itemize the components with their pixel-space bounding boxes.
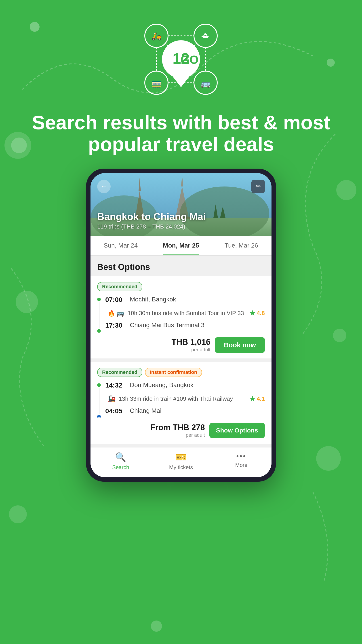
- timeline-content-1: 07:00 Mochit, Bangkok 🔥 🚌 10h 30m bus ri…: [105, 296, 265, 333]
- star-icon-1: ★: [249, 309, 255, 317]
- trip-details-1: 🔥 🚌 10h 30m bus ride with Sombat Tour in…: [107, 307, 265, 319]
- timeline-line-2: 1: [97, 382, 101, 418]
- more-nav-label: More: [235, 462, 248, 468]
- tab-sun-mar24[interactable]: Sun, Mar 24: [90, 236, 151, 255]
- back-button[interactable]: ←: [97, 180, 111, 193]
- section-title: Best Options: [90, 256, 272, 276]
- departure-time-2: 14:32: [105, 382, 130, 389]
- trip-details-2: 🚂 13h 33m ride in train #109 with Thai R…: [107, 393, 265, 405]
- phone-header: ← ✏ Bangkok to Chiang Mai 119 trips (THB…: [90, 173, 272, 236]
- logo-container: 🛵 ⛴ 🚃 🚌 12: [134, 18, 228, 103]
- svg-text:🚃: 🚃: [151, 78, 162, 88]
- duration-text-2: 13h 33m ride in train #109 with Thai Rai…: [119, 395, 246, 402]
- svg-text:⛴: ⛴: [202, 31, 210, 40]
- svg-point-9: [151, 620, 162, 632]
- timeline-dot-bottom-1: [97, 329, 101, 333]
- svg-text:GO: GO: [181, 53, 199, 66]
- route-subtitle: 119 trips (THB 278 – THB 24,024): [97, 223, 185, 230]
- transport-icons-1: 🔥 🚌: [107, 310, 124, 317]
- price-amount-2: From THB 278: [150, 423, 205, 432]
- price-info-2: From THB 278 per adult: [150, 423, 205, 438]
- badge-row-2: Recommended Instant confirmation: [97, 368, 265, 377]
- transport-icons-2: 🚂: [107, 395, 115, 402]
- timeline-dot-top-1: [97, 298, 101, 301]
- timeline-dot-bottom-2: 1: [97, 415, 101, 418]
- route-title: Bangkok to Chiang Mai: [97, 211, 206, 222]
- star-icon-2: ★: [249, 395, 255, 403]
- tab-mon-mar25[interactable]: Mon, Mar 25: [151, 236, 211, 255]
- departure-row-2: 14:32 Don Mueang, Bangkok: [105, 382, 265, 389]
- nav-more[interactable]: ••• More: [211, 452, 272, 470]
- arrival-row-2: 04:05 Chiang Mai: [105, 407, 265, 415]
- show-options-button[interactable]: Show Options: [209, 423, 265, 438]
- rating-2: ★ 4.1: [249, 395, 265, 403]
- price-row-2: From THB 278 per adult Show Options: [97, 423, 265, 438]
- price-info-1: THB 1,016 per adult: [172, 338, 211, 353]
- arrival-time-2: 04:05: [105, 407, 130, 415]
- phone-mockup: ← ✏ Bangkok to Chiang Mai 119 trips (THB…: [86, 168, 276, 482]
- phone-content: Best Options Recommended: [90, 256, 272, 477]
- more-nav-icon: •••: [236, 452, 247, 460]
- tickets-nav-label: My tickets: [169, 464, 193, 470]
- price-amount-1: THB 1,016: [172, 338, 211, 347]
- trip-card-2: Recommended Instant confirmation 1: [90, 362, 272, 444]
- departure-time-1: 07:00: [105, 296, 130, 304]
- arrival-row-1: 17:30 Chiang Mai Bus Terminal 3: [105, 322, 265, 329]
- tab-tue-mar26[interactable]: Tue, Mar 26: [211, 236, 272, 255]
- trip-card-1: Recommended 07:00 Mochi: [90, 276, 272, 358]
- price-row-1: THB 1,016 per adult Book now: [97, 337, 265, 353]
- badge-recommended-2: Recommended: [97, 368, 142, 377]
- book-now-button[interactable]: Book now: [215, 337, 265, 353]
- duration-text-1: 10h 30m bus ride with Sombat Tour in VIP…: [128, 310, 246, 317]
- rating-value-2: 4.1: [257, 395, 265, 402]
- nav-search[interactable]: 🔍 Search: [90, 452, 151, 470]
- badge-recommended-1: Recommended: [97, 282, 142, 291]
- badge-instant-2: Instant confirmation: [145, 368, 202, 377]
- timeline-dot-top-2: [97, 383, 101, 387]
- timeline-content-2: 14:32 Don Mueang, Bangkok 🚂 13h 33m ride…: [105, 382, 265, 418]
- departure-location-1: Mochit, Bangkok: [130, 296, 176, 303]
- hero-title: Search results with best & most popular …: [0, 112, 362, 155]
- badge-row-1: Recommended: [97, 282, 265, 291]
- search-nav-icon: 🔍: [115, 452, 126, 462]
- price-label-2: per adult: [150, 432, 205, 438]
- svg-text:🚌: 🚌: [201, 78, 211, 88]
- departure-location-2: Don Mueang, Bangkok: [130, 382, 194, 389]
- svg-point-8: [9, 505, 27, 523]
- arrival-location-2: Chiang Mai: [130, 407, 162, 414]
- timeline-vertical-2: [99, 388, 99, 414]
- svg-marker-25: [165, 67, 197, 87]
- edit-button[interactable]: ✏: [251, 180, 265, 193]
- svg-text:🛵: 🛵: [151, 31, 162, 41]
- arrival-location-1: Chiang Mai Bus Terminal 3: [130, 322, 204, 329]
- rating-1: ★ 4.8: [249, 309, 265, 317]
- date-tabs: Sun, Mar 24 Mon, Mar 25 Tue, Mar 26: [90, 236, 272, 256]
- nav-tickets[interactable]: 🎫 My tickets: [151, 452, 211, 470]
- departure-row-1: 07:00 Mochit, Bangkok: [105, 296, 265, 304]
- arrival-time-1: 17:30: [105, 322, 130, 329]
- phone-screen: ← ✏ Bangkok to Chiang Mai 119 trips (THB…: [90, 173, 272, 477]
- timeline-line-1: [97, 296, 101, 333]
- price-label-1: per adult: [172, 347, 211, 353]
- rating-value-1: 4.8: [257, 310, 265, 317]
- tickets-nav-icon: 🎫: [175, 452, 187, 462]
- bottom-nav: 🔍 Search 🎫 My tickets ••• More: [90, 447, 272, 477]
- search-nav-label: Search: [112, 464, 129, 470]
- timeline-vertical-1: [99, 302, 99, 328]
